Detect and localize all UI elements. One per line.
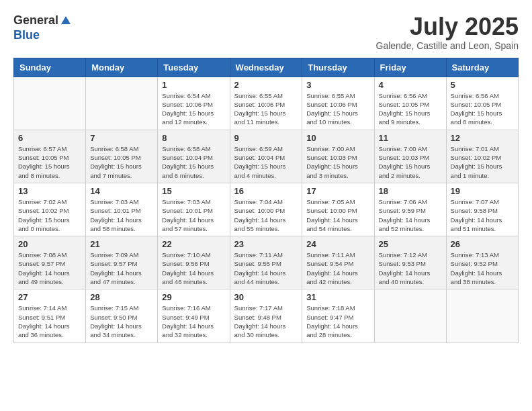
day-info: Sunrise: 6:58 AM Sunset: 10:05 PM Daylig… (90, 144, 153, 180)
day-info: Sunrise: 6:55 AM Sunset: 10:06 PM Daylig… (234, 91, 298, 127)
day-number: 6 (18, 133, 81, 143)
table-row: 21Sunrise: 7:09 AM Sunset: 9:57 PM Dayli… (86, 236, 158, 289)
day-info: Sunrise: 7:08 AM Sunset: 9:57 PM Dayligh… (18, 250, 81, 286)
day-info: Sunrise: 7:02 AM Sunset: 10:02 PM Daylig… (18, 197, 81, 233)
table-row: 14Sunrise: 7:03 AM Sunset: 10:01 PM Dayl… (86, 183, 158, 236)
day-info: Sunrise: 7:07 AM Sunset: 9:58 PM Dayligh… (451, 197, 514, 233)
calendar-week-row: 13Sunrise: 7:02 AM Sunset: 10:02 PM Dayl… (14, 183, 519, 236)
day-info: Sunrise: 7:14 AM Sunset: 9:51 PM Dayligh… (18, 304, 81, 339)
table-row: 27Sunrise: 7:14 AM Sunset: 9:51 PM Dayli… (14, 289, 86, 342)
table-row: 7Sunrise: 6:58 AM Sunset: 10:05 PM Dayli… (86, 130, 158, 183)
weekday-header-row: SundayMondayTuesdayWednesdayThursdayFrid… (14, 58, 519, 77)
table-row: 5Sunrise: 6:56 AM Sunset: 10:05 PM Dayli… (446, 77, 518, 130)
day-info: Sunrise: 7:16 AM Sunset: 9:49 PM Dayligh… (162, 304, 225, 339)
day-info: Sunrise: 7:09 AM Sunset: 9:57 PM Dayligh… (90, 250, 153, 286)
calendar-week-row: 27Sunrise: 7:14 AM Sunset: 9:51 PM Dayli… (14, 289, 519, 342)
logo-icon (60, 15, 72, 28)
day-info: Sunrise: 7:11 AM Sunset: 9:55 PM Dayligh… (234, 250, 298, 286)
day-number: 7 (90, 133, 153, 143)
table-row: 8Sunrise: 6:58 AM Sunset: 10:04 PM Dayli… (158, 130, 230, 183)
day-info: Sunrise: 7:13 AM Sunset: 9:52 PM Dayligh… (451, 250, 514, 286)
logo-general: General (13, 13, 58, 27)
day-info: Sunrise: 7:01 AM Sunset: 10:02 PM Daylig… (451, 144, 514, 180)
day-number: 22 (162, 239, 225, 249)
weekday-header-thursday: Thursday (302, 58, 374, 77)
day-number: 27 (18, 292, 81, 302)
day-info: Sunrise: 7:18 AM Sunset: 9:47 PM Dayligh… (306, 304, 369, 339)
day-info: Sunrise: 7:00 AM Sunset: 10:03 PM Daylig… (306, 144, 369, 180)
table-row: 11Sunrise: 7:00 AM Sunset: 10:03 PM Dayl… (374, 130, 446, 183)
day-number: 5 (451, 80, 514, 90)
weekday-header-sunday: Sunday (14, 58, 86, 77)
day-number: 1 (162, 80, 225, 90)
calendar-week-row: 6Sunrise: 6:57 AM Sunset: 10:05 PM Dayli… (14, 130, 519, 183)
day-number: 9 (234, 133, 298, 143)
table-row: 4Sunrise: 6:56 AM Sunset: 10:05 PM Dayli… (374, 77, 446, 130)
day-info: Sunrise: 7:15 AM Sunset: 9:50 PM Dayligh… (90, 304, 153, 339)
day-number: 30 (234, 292, 298, 302)
table-row (446, 289, 518, 342)
calendar-week-row: 20Sunrise: 7:08 AM Sunset: 9:57 PM Dayli… (14, 236, 519, 289)
day-info: Sunrise: 6:59 AM Sunset: 10:04 PM Daylig… (234, 144, 298, 180)
day-number: 24 (306, 239, 369, 249)
table-row: 18Sunrise: 7:06 AM Sunset: 9:59 PM Dayli… (374, 183, 446, 236)
day-info: Sunrise: 7:10 AM Sunset: 9:56 PM Dayligh… (162, 250, 225, 286)
day-number: 2 (234, 80, 298, 90)
page-header: General Blue July 2025 Galende, Castille… (13, 13, 519, 51)
day-info: Sunrise: 7:17 AM Sunset: 9:48 PM Dayligh… (234, 304, 298, 339)
day-number: 8 (162, 133, 225, 143)
logo: General Blue (13, 13, 72, 42)
day-number: 14 (90, 186, 153, 196)
table-row: 1Sunrise: 6:54 AM Sunset: 10:06 PM Dayli… (158, 77, 230, 130)
table-row: 24Sunrise: 7:11 AM Sunset: 9:54 PM Dayli… (302, 236, 374, 289)
day-number: 23 (234, 239, 298, 249)
table-row: 17Sunrise: 7:05 AM Sunset: 10:00 PM Dayl… (302, 183, 374, 236)
day-number: 3 (306, 80, 369, 90)
weekday-header-monday: Monday (86, 58, 158, 77)
table-row: 26Sunrise: 7:13 AM Sunset: 9:52 PM Dayli… (446, 236, 518, 289)
table-row: 12Sunrise: 7:01 AM Sunset: 10:02 PM Dayl… (446, 130, 518, 183)
day-info: Sunrise: 7:12 AM Sunset: 9:53 PM Dayligh… (379, 250, 442, 286)
day-info: Sunrise: 7:05 AM Sunset: 10:00 PM Daylig… (306, 197, 369, 233)
day-info: Sunrise: 6:56 AM Sunset: 10:05 PM Daylig… (451, 91, 514, 127)
table-row: 30Sunrise: 7:17 AM Sunset: 9:48 PM Dayli… (230, 289, 302, 342)
weekday-header-tuesday: Tuesday (158, 58, 230, 77)
day-info: Sunrise: 6:55 AM Sunset: 10:06 PM Daylig… (306, 91, 369, 127)
day-info: Sunrise: 7:00 AM Sunset: 10:03 PM Daylig… (379, 144, 442, 180)
calendar-week-row: 1Sunrise: 6:54 AM Sunset: 10:06 PM Dayli… (14, 77, 519, 130)
table-row: 15Sunrise: 7:03 AM Sunset: 10:01 PM Dayl… (158, 183, 230, 236)
day-number: 17 (306, 186, 369, 196)
table-row: 22Sunrise: 7:10 AM Sunset: 9:56 PM Dayli… (158, 236, 230, 289)
day-number: 16 (234, 186, 298, 196)
logo-blue: Blue (13, 28, 40, 42)
table-row: 3Sunrise: 6:55 AM Sunset: 10:06 PM Dayli… (302, 77, 374, 130)
table-row: 19Sunrise: 7:07 AM Sunset: 9:58 PM Dayli… (446, 183, 518, 236)
day-number: 21 (90, 239, 153, 249)
location-subtitle: Galende, Castille and Leon, Spain (376, 40, 519, 51)
table-row: 23Sunrise: 7:11 AM Sunset: 9:55 PM Dayli… (230, 236, 302, 289)
weekday-header-wednesday: Wednesday (230, 58, 302, 77)
day-number: 18 (379, 186, 442, 196)
table-row: 31Sunrise: 7:18 AM Sunset: 9:47 PM Dayli… (302, 289, 374, 342)
day-number: 12 (451, 133, 514, 143)
day-info: Sunrise: 7:04 AM Sunset: 10:00 PM Daylig… (234, 197, 298, 233)
day-info: Sunrise: 6:58 AM Sunset: 10:04 PM Daylig… (162, 144, 225, 180)
day-number: 25 (379, 239, 442, 249)
weekday-header-saturday: Saturday (446, 58, 518, 77)
day-info: Sunrise: 6:56 AM Sunset: 10:05 PM Daylig… (379, 91, 442, 127)
day-number: 10 (306, 133, 369, 143)
day-info: Sunrise: 7:11 AM Sunset: 9:54 PM Dayligh… (306, 250, 369, 286)
table-row: 13Sunrise: 7:02 AM Sunset: 10:02 PM Dayl… (14, 183, 86, 236)
title-block: July 2025 Galende, Castille and Leon, Sp… (376, 13, 519, 51)
day-number: 31 (306, 292, 369, 302)
table-row: 9Sunrise: 6:59 AM Sunset: 10:04 PM Dayli… (230, 130, 302, 183)
weekday-header-friday: Friday (374, 58, 446, 77)
day-number: 11 (379, 133, 442, 143)
day-number: 28 (90, 292, 153, 302)
day-info: Sunrise: 6:57 AM Sunset: 10:05 PM Daylig… (18, 144, 81, 180)
calendar-table: SundayMondayTuesdayWednesdayThursdayFrid… (13, 58, 519, 343)
table-row: 2Sunrise: 6:55 AM Sunset: 10:06 PM Dayli… (230, 77, 302, 130)
svg-marker-0 (61, 16, 71, 24)
table-row: 25Sunrise: 7:12 AM Sunset: 9:53 PM Dayli… (374, 236, 446, 289)
day-number: 26 (451, 239, 514, 249)
